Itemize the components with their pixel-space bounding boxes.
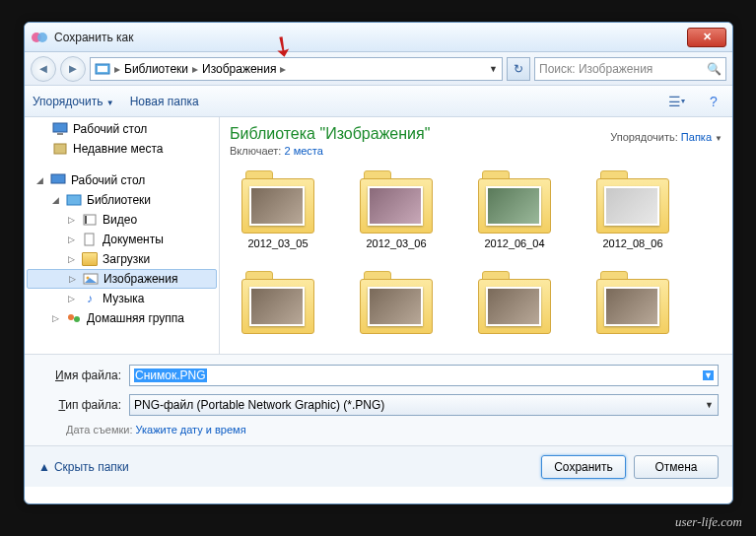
chevron-right-icon: ▸ [114, 62, 120, 76]
filetype-label: Тип файла: [38, 398, 129, 412]
address-bar[interactable]: ▸ Библиотеки ▸ Изображения ▸ ▼ [90, 57, 503, 81]
watermark: user-life.com [675, 514, 742, 530]
folder-item[interactable]: 2012_03_06 [348, 170, 445, 249]
folder-item[interactable]: 2012_06_04 [466, 170, 563, 249]
expand-icon[interactable]: ▷ [68, 234, 77, 244]
library-title: Библиотека "Изображения" [230, 125, 430, 143]
search-placeholder: Поиск: Изображения [539, 62, 653, 76]
sidebar-item-video[interactable]: ▷Видео [25, 210, 219, 230]
item-label: 2012_06_04 [484, 237, 544, 249]
collapse-icon[interactable]: ◢ [36, 175, 45, 185]
svg-point-14 [68, 314, 74, 320]
breadcrumb-current[interactable]: Изображения [202, 62, 276, 76]
sidebar: Рабочий стол Недавние места ◢Рабочий сто… [25, 117, 220, 354]
sidebar-item-documents[interactable]: ▷Документы [25, 230, 219, 249]
close-button[interactable]: ✕ [687, 28, 726, 47]
sidebar-item-desktop-root[interactable]: ◢Рабочий стол [25, 170, 219, 190]
filename-label: Имя файла: [38, 368, 129, 382]
titlebar[interactable]: Сохранить как ✕ [25, 23, 732, 52]
chevron-up-icon: ▲ [38, 460, 50, 474]
svg-rect-11 [85, 234, 94, 245]
cancel-button[interactable]: Отмена [634, 455, 719, 479]
music-icon: ♪ [82, 292, 98, 305]
breadcrumb-libraries[interactable]: Библиотеки [124, 62, 188, 76]
toolbar: Упорядочить ▼ Новая папка ☰ ▾ ? [25, 86, 732, 117]
svg-rect-3 [98, 66, 107, 72]
document-icon [82, 233, 98, 246]
library-includes: Включает: 2 места [230, 145, 430, 157]
refresh-button[interactable]: ↻ [507, 57, 530, 81]
includes-link[interactable]: 2 места [284, 145, 322, 157]
metadata-row: Дата съемки: Укажите дату и время [66, 424, 719, 436]
item-label: 2012_03_06 [366, 237, 426, 249]
folder-item[interactable] [584, 271, 681, 338]
svg-rect-4 [53, 123, 67, 132]
sidebar-item-homegroup[interactable]: ▷Домашняя группа [25, 308, 219, 328]
folder-item[interactable]: 2012_03_05 [230, 170, 326, 249]
video-icon [82, 213, 98, 227]
save-as-dialog: Сохранить как ✕ ◄ ► ▸ Библиотеки ▸ Изобр… [24, 22, 733, 504]
pictures-icon [83, 272, 99, 286]
expand-icon[interactable]: ▷ [69, 274, 78, 284]
newfolder-button[interactable]: Новая папка [130, 95, 199, 108]
sidebar-item-desktop[interactable]: Рабочий стол [25, 119, 219, 139]
save-button[interactable]: Сохранить [541, 455, 626, 479]
folder-item[interactable]: 2012_08_06 [584, 170, 681, 249]
expand-icon[interactable]: ▷ [68, 215, 77, 225]
filename-input[interactable]: Снимок.PNG▼ [129, 365, 719, 386]
help-button[interactable]: ? [703, 91, 724, 112]
svg-rect-10 [85, 216, 87, 224]
footer: ▲ Скрыть папки Сохранить Отмена [25, 445, 732, 487]
search-icon: 🔍 [707, 62, 722, 76]
desktop-icon [50, 173, 66, 187]
svg-point-1 [37, 33, 47, 42]
content-area: Библиотека "Изображения" Включает: 2 мес… [220, 117, 732, 354]
date-taken-link[interactable]: Укажите дату и время [136, 424, 246, 436]
sidebar-item-recent[interactable]: Недавние места [25, 139, 219, 159]
form-area: Имя файла: Снимок.PNG▼ Тип файла: PNG-фа… [25, 354, 732, 445]
libraries-icon [95, 62, 110, 76]
window-title: Сохранить как [54, 31, 687, 44]
view-button[interactable]: ☰ ▾ [665, 91, 687, 112]
back-button[interactable]: ◄ [31, 56, 56, 82]
homegroup-icon [66, 311, 82, 325]
chevron-down-icon[interactable]: ▼ [703, 370, 714, 380]
svg-rect-5 [57, 133, 63, 135]
desktop-icon [52, 122, 68, 136]
folder-item[interactable] [230, 271, 326, 338]
hide-folders-button[interactable]: ▲ Скрыть папки [38, 460, 129, 474]
sidebar-item-pictures[interactable]: ▷Изображения [27, 269, 217, 289]
chevron-down-icon[interactable]: ▼ [705, 400, 714, 410]
libraries-icon [66, 193, 82, 207]
folder-icon [82, 252, 98, 266]
arrange-by[interactable]: Упорядочить: Папка ▼ [610, 131, 722, 143]
recent-icon [52, 142, 68, 156]
sidebar-item-downloads[interactable]: ▷Загрузки [25, 249, 219, 269]
app-icon [31, 29, 48, 46]
organize-button[interactable]: Упорядочить ▼ [33, 95, 114, 108]
items-grid: 2012_03_05 2012_03_06 2012_06_04 2012_08… [230, 170, 722, 338]
svg-rect-7 [51, 174, 65, 183]
folder-item[interactable] [466, 271, 563, 338]
chevron-right-icon: ▸ [192, 62, 198, 76]
item-label: 2012_08_06 [602, 237, 662, 249]
svg-rect-8 [67, 195, 81, 205]
svg-rect-6 [54, 144, 66, 154]
chevron-right-icon: ▸ [280, 62, 286, 76]
chevron-down-icon[interactable]: ▼ [489, 64, 498, 74]
sidebar-item-libraries[interactable]: ◢Библиотеки [25, 190, 219, 210]
folder-item[interactable] [348, 271, 445, 338]
sidebar-item-music[interactable]: ▷♪Музыка [25, 289, 219, 308]
expand-icon[interactable]: ▷ [68, 294, 77, 303]
item-label: 2012_03_05 [247, 237, 308, 249]
forward-button[interactable]: ► [60, 56, 86, 82]
filetype-select[interactable]: PNG-файл (Portable Network Graphic) (*.P… [129, 394, 719, 416]
search-input[interactable]: Поиск: Изображения 🔍 [534, 57, 726, 81]
svg-point-15 [74, 316, 80, 322]
expand-icon[interactable]: ▷ [68, 254, 77, 264]
collapse-icon[interactable]: ◢ [52, 195, 61, 205]
expand-icon[interactable]: ▷ [52, 313, 61, 323]
nav-row: ◄ ► ▸ Библиотеки ▸ Изображения ▸ ▼ ↻ Пои… [25, 52, 732, 86]
